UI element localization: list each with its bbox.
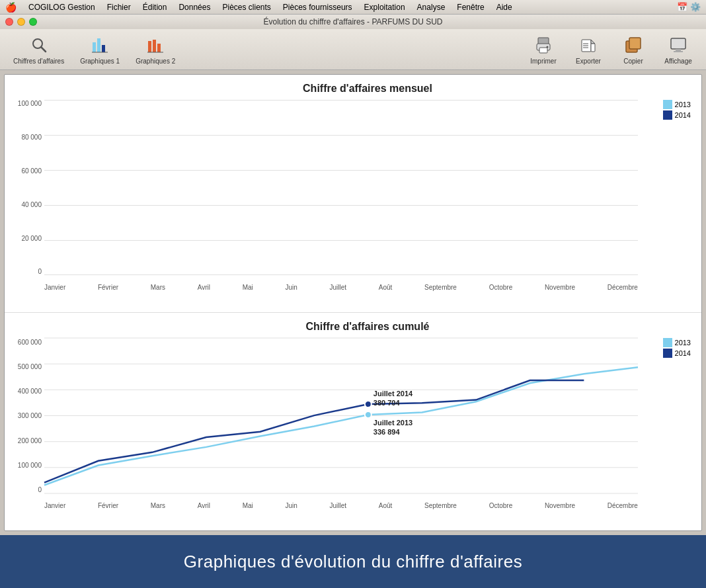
- svg-point-13: [547, 46, 549, 48]
- svg-text:Juillet 2013: Juillet 2013: [373, 419, 412, 427]
- chart1-x-label: Septembre: [424, 284, 457, 291]
- svg-rect-21: [629, 38, 641, 49]
- svg-text:Juillet 2014: Juillet 2014: [373, 390, 413, 398]
- chart2-x-label: Novembre: [545, 502, 575, 509]
- svg-rect-4: [102, 45, 105, 52]
- chart1-y-label: 60 000: [9, 167, 42, 175]
- menu-cogilog[interactable]: COGILOG Gestion: [23, 1, 100, 13]
- chiffres-button[interactable]: Chiffres d'affaires: [8, 32, 69, 67]
- chart1-y-label: 20 000: [9, 235, 42, 242]
- legend-label-2014: 2014: [675, 111, 691, 119]
- chart1-x-label: Août: [379, 284, 393, 291]
- chart1-x-label: Juin: [285, 284, 297, 291]
- maximize-button[interactable]: [29, 18, 37, 26]
- bar-chart-2-icon: [145, 34, 166, 56]
- chart2-x-axis: JanvierFévrierMarsAvrilMaiJuinJuilletAoû…: [44, 502, 638, 509]
- chart2-x-label: Juillet: [329, 502, 346, 509]
- chart2-y-axis: 0100 000200 000300 000400 000500 000600 …: [9, 338, 42, 493]
- chart2-y-label: 600 000: [9, 339, 42, 346]
- menu-aide[interactable]: Aide: [491, 1, 518, 13]
- chart2-x-label: Juin: [285, 502, 297, 509]
- menu-exploitation[interactable]: Exploitation: [359, 1, 411, 13]
- display-icon: [668, 34, 689, 56]
- chart1-x-label: Juillet: [329, 284, 346, 291]
- chart1-container: Chiffre d'affaires mensuel 2013 2014 020…: [5, 75, 701, 313]
- chart2-y-label: 100 000: [9, 462, 42, 469]
- minimize-button[interactable]: [17, 18, 25, 26]
- svg-rect-6: [148, 41, 151, 52]
- main-content: Chiffre d'affaires mensuel 2013 2014 020…: [0, 70, 706, 535]
- affichage-label: Affichage: [664, 58, 692, 65]
- chart2-y-label: 300 000: [9, 412, 42, 419]
- exporter-label: Exporter: [576, 58, 601, 65]
- svg-rect-7: [153, 40, 156, 52]
- legend-color-2014: [663, 110, 672, 120]
- copier-button[interactable]: Copier: [613, 32, 653, 67]
- svg-rect-22: [671, 38, 686, 49]
- printer-icon: [533, 34, 554, 56]
- chart2-legend: 2013 2014: [663, 338, 691, 358]
- menu-pieces-fournisseurs[interactable]: Pièces fournisseurs: [278, 1, 358, 13]
- svg-rect-12: [539, 48, 547, 53]
- close-button[interactable]: [5, 18, 13, 26]
- menubar: 🍎 COGILOG Gestion Fichier Édition Donnée…: [0, 0, 706, 15]
- legend-2014: 2014: [663, 110, 691, 120]
- apple-menu[interactable]: 🍎: [5, 2, 17, 13]
- chart2-y-label: 200 000: [9, 437, 42, 444]
- legend-2013: 2013: [663, 100, 691, 109]
- chart2-svg: Juillet 2014380 704Juillet 2013336 894: [44, 338, 638, 493]
- chart1-bars: [44, 100, 638, 275]
- menu-icons: 📅 ⚙️: [677, 2, 701, 12]
- svg-rect-24: [674, 51, 683, 52]
- copy-icon: [623, 34, 644, 56]
- menu-fenetre[interactable]: Fenêtre: [451, 1, 489, 13]
- chart1-x-label: Décembre: [608, 284, 638, 291]
- chart2-x-label: Janvier: [44, 502, 65, 509]
- chart2-x-label: Octobre: [489, 502, 513, 509]
- menu-fichier[interactable]: Fichier: [102, 1, 136, 13]
- graphiques2-button[interactable]: Graphiques 2: [130, 32, 180, 67]
- chiffres-label: Chiffres d'affaires: [13, 58, 64, 65]
- chart1-x-label: Octobre: [489, 284, 513, 291]
- svg-marker-15: [591, 40, 595, 44]
- imprimer-button[interactable]: Imprimer: [524, 32, 563, 67]
- menu-edition[interactable]: Édition: [137, 1, 173, 13]
- window-title: Évolution du chiffre d'affaires - PARFUM…: [0, 17, 706, 26]
- chart1-y-label: 40 000: [9, 201, 42, 208]
- chart2-x-label: Avril: [198, 502, 210, 509]
- charts-area: Chiffre d'affaires mensuel 2013 2014 020…: [4, 74, 702, 531]
- chart1-x-label: Février: [98, 284, 118, 291]
- chart1-y-label: 0: [9, 268, 42, 275]
- chart2-title: Chiffre d'affaires cumulé: [44, 321, 691, 333]
- menu-pieces-clients[interactable]: Pièces clients: [217, 1, 276, 13]
- chart1-title: Chiffre d'affaires mensuel: [44, 83, 691, 95]
- svg-rect-3: [97, 38, 100, 52]
- graphiques1-button[interactable]: Graphiques 1: [75, 32, 125, 67]
- chart1-y-label: 100 000: [9, 100, 42, 107]
- chart1-x-label: Novembre: [545, 284, 575, 291]
- graphiques1-label: Graphiques 1: [80, 58, 120, 65]
- exporter-button[interactable]: Exporter: [569, 32, 608, 67]
- legend-color-2013: [663, 100, 672, 109]
- imprimer-label: Imprimer: [530, 58, 556, 65]
- toolbar-left: Chiffres d'affaires Graphiques 1: [8, 32, 521, 67]
- chart2-container: Chiffre d'affaires cumulé 2013 2014 0100…: [5, 313, 701, 530]
- svg-text:336 894: 336 894: [373, 428, 401, 436]
- graphiques2-label: Graphiques 2: [136, 58, 175, 65]
- menu-donnees[interactable]: Données: [173, 1, 216, 13]
- chart2-x-label: Décembre: [608, 502, 638, 509]
- chart2-inner: 2013 2014 0100 000200 000300 000400 0005…: [44, 338, 691, 509]
- svg-point-33: [365, 411, 372, 418]
- legend-label-2013: 2013: [675, 101, 691, 108]
- chart2-y-label: 400 000: [9, 388, 42, 395]
- chart1-inner: 2013 2014 020 00040 00060 00080 000100 0…: [44, 100, 691, 291]
- menu-analyse[interactable]: Analyse: [412, 1, 451, 13]
- chart2-x-label: Août: [379, 502, 393, 509]
- chart2-legend-label-2014: 2014: [675, 349, 691, 357]
- chart2-x-label: Septembre: [424, 502, 457, 509]
- chart1-y-axis: 020 00040 00060 00080 000100 000: [9, 100, 42, 275]
- export-icon: [578, 34, 599, 56]
- chart2-legend-2014: 2014: [663, 349, 691, 358]
- traffic-lights[interactable]: [5, 18, 37, 26]
- affichage-button[interactable]: Affichage: [658, 32, 698, 67]
